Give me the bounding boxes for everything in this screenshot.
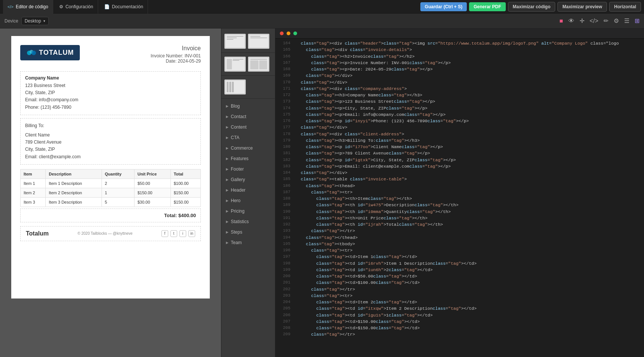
invoice-details: Invoice Invoice Number: INV-001 Date: 20… [151,45,201,64]
code-line: 207 class="tag"><td>$150.00class="tag"><… [275,318,644,325]
sidebar-divider-2 [221,75,275,76]
arrow-icon-commerce: ▶ [226,146,229,150]
save-button[interactable]: Guardar (Ctrl + S) [420,2,467,11]
sidebar-item-blog[interactable]: ▶ Blog [221,101,275,111]
device-value: Desktop [25,18,41,24]
company-email: Email: info@company.com [25,96,196,104]
code-line: 198 class="tag"><td id="i6rvh">Item 1 De… [275,260,644,267]
arrow-icon-cta: ▶ [226,136,229,140]
code-line: 192 class="tag"><th id="ijrah">Totalclas… [275,221,644,228]
sidebar-item-header[interactable]: ▶ Header [221,185,275,195]
sidebar-item-contact[interactable]: ▶ Contact [221,111,275,122]
toolbar2: Device Desktop ▾ ■ 👁 ✛ </> ✏ ⚙ ☰ ⊞ [0,14,644,28]
sidebar-item-features[interactable]: ▶ Features [221,153,275,164]
code-line: 165 class="tag"><div class="invoice-deta… [275,46,644,53]
code-header [275,28,644,39]
sidebar-item-team[interactable]: ▶ Team [221,237,275,248]
device-label: Device [4,18,18,24]
tab-docs-label: Documentación [112,4,143,9]
pen-icon[interactable]: ✏ [604,17,608,24]
company-phone: Phone: (123) 456-7890 [25,104,196,111]
svg-point-2 [31,51,36,55]
instagram-icon: i [179,230,186,237]
sidebar-item-commerce[interactable]: ▶ Commerce [221,143,275,153]
code-line: 166 class="tag"><h2>Invoiceclass="tag"><… [275,53,644,60]
sidebar-item-statistics[interactable]: ▶ Statistics [221,216,275,227]
footer-brand: Totalum [26,230,49,237]
code-line: 174 class="tag"><p>City, State, ZIPclass… [275,105,644,111]
code-line: 173 class="tag"><p>123 Business Streetcl… [275,98,644,105]
crosshair-icon[interactable]: ✛ [580,17,584,24]
tab-config[interactable]: ⚙ Configuración [55,0,98,14]
code-line: 164 class="tag"><div class="header">clas… [275,40,644,46]
sidebar-item-hero[interactable]: ▶ Hero [221,195,275,206]
sidebar-item-content[interactable]: ▶ Content [221,122,275,132]
client-city: City, State, ZIP [25,146,196,153]
sidebar-thumbnails-2 [221,54,275,74]
tab-editor[interactable]: </> Editor de código [3,0,53,14]
preview-panel[interactable]: TOTALUM Invoice Invoice Number: INV-001 … [0,28,221,357]
code-line: 171 class="tag"><div class="company-addr… [275,86,644,92]
generate-pdf-button[interactable]: Generar PDF [469,2,505,11]
invoice-table: Item Description Quantity Unit Price Tot… [20,169,201,207]
sidebar-divider-3 [221,98,275,99]
close-dot [280,32,284,35]
tab-docs[interactable]: 📄 Documentación [100,0,148,14]
code-line: 188 class="tag"><th>Itemclass="tag"></th… [275,195,644,202]
menu-icon[interactable]: ☰ [624,17,629,24]
horizontal-button[interactable]: Horizontal [609,2,641,12]
code-line: 170 class="tag"></div> [275,79,644,86]
arrow-icon-footer: ▶ [226,167,229,171]
eye-icon[interactable]: 👁 [568,18,574,24]
code-line: 200 class="tag"><td>$50.00class="tag"></… [275,273,644,279]
col-description: Description [46,169,102,178]
table-row: Item 1Item 1 Description2$50.00$100.00 [21,178,201,188]
arrow-icon-hero: ▶ [226,199,229,202]
grid-icon[interactable]: ⊞ [635,17,640,24]
arrow-icon-team: ▶ [226,241,229,244]
table-header-row: Item Description Quantity Unit Price Tot… [21,169,201,178]
col-unit-price: Unit Price [134,169,170,178]
code-line: 167 class="tag"><p>Invoice Number: INV-0… [275,60,644,66]
invoice-footer: Totalum © 2020 Tailblocks — @knyttneve f… [20,226,201,241]
maximize-code-button[interactable]: Maximizar código [508,2,556,12]
device-selector[interactable]: Desktop ▾ [21,17,49,25]
company-name: Company Name [25,75,196,81]
thumb-1[interactable] [224,34,246,49]
client-address: 789 Client Avenue [25,139,196,146]
code-line: 202 class="tag"></tr> [275,286,644,292]
code-line: 199 class="tag"><td id="iun6h">2class="t… [275,267,644,273]
color-fill-icon[interactable]: ■ [559,18,563,24]
footer-copyright: © 2020 Tailblocks — @knyttneve [78,231,133,236]
thumb-2[interactable] [248,34,269,49]
sidebar-item-steps[interactable]: ▶ Steps [221,227,275,237]
sidebar-item-pricing[interactable]: ▶ Pricing [221,206,275,216]
sidebar-item-cta[interactable]: ▶ CTA [221,132,275,143]
code-brackets-icon[interactable]: </> [590,18,598,24]
code-line: 184 class="tag"></div> [275,170,644,176]
code-line: 179 class="tag"><h3>Billing To:class="ta… [275,137,644,144]
sidebar-item-gallery[interactable]: ▶ Gallery [221,174,275,185]
code-line: 177 class="tag"></div> [275,124,644,130]
code-line: 205 class="tag"><td id="itxqw">Item 2 De… [275,305,644,312]
doc-icon: 📄 [104,4,110,9]
company-address: 123 Business Street [25,82,196,89]
thumb-3[interactable] [224,57,246,72]
col-item: Item [21,169,46,178]
code-panel[interactable]: 164 class="tag"><div class="header">clas… [275,28,644,357]
main-content: TOTALUM Invoice Invoice Number: INV-001 … [0,28,644,357]
sidebar-item-footer[interactable]: ▶ Footer [221,164,275,174]
invoice-logo: TOTALUM [20,45,80,60]
company-address-section: Company Name 123 Business Street City, S… [20,71,201,115]
settings-icon[interactable]: ⚙ [614,17,619,24]
code-line: 176 class="tag"><p id="inyyi">Phone: (12… [275,118,644,124]
code-line: 178 class="tag"><div class="client-addre… [275,131,644,137]
code-line: 185 class="tag"><table class="invoice-ta… [275,176,644,182]
client-email: Email: client@example.com [25,153,196,160]
invoice-header: TOTALUM Invoice Invoice Number: INV-001 … [20,45,201,64]
thumb-5[interactable] [224,80,246,94]
code-line: 181 class="tag"><p>789 Client Avenueclas… [275,150,644,156]
maximize-preview-button[interactable]: Maximizar preview [557,2,607,12]
thumb-4[interactable] [248,57,269,72]
code-line: 190 class="tag"><th id="i0mma">Quantityc… [275,208,644,215]
